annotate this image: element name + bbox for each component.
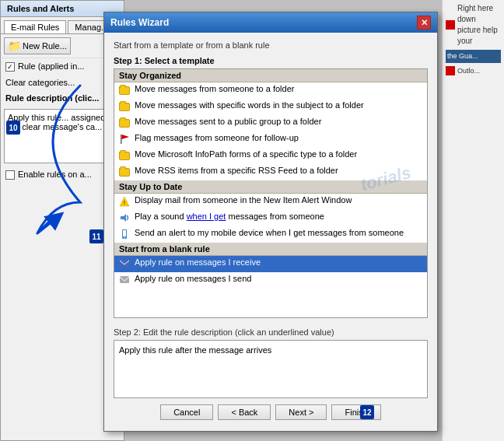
mobile-icon (119, 229, 131, 241)
folder-icon-3 (119, 117, 131, 130)
blue-arrow (14, 78, 100, 249)
rule-receive-icon (119, 258, 131, 271)
next-button[interactable]: Next > (275, 404, 327, 420)
list-item-move-from-someone[interactable]: Move messages from someone to a folder (114, 82, 427, 99)
rule-send-icon (119, 275, 131, 287)
dialog-close-button[interactable]: ✕ (417, 16, 431, 30)
dialog-body: Start from a template or from a blank ru… (104, 33, 437, 431)
list-item-infopath[interactable]: Move Microsoft InfoPath forms of a speci… (114, 148, 427, 164)
step2-section: Step 2: Edit the rule description (click… (114, 327, 428, 398)
svg-point-7 (124, 237, 125, 239)
list-item-specific-words[interactable]: Move messages with specific words in the… (114, 99, 427, 115)
tab-email-rules[interactable]: E-mail Rules (4, 20, 66, 33)
cancel-button[interactable]: Cancel (160, 404, 213, 420)
list-item-play-sound[interactable]: Play a sound when I get messages from so… (114, 210, 427, 226)
svg-rect-9 (120, 276, 129, 283)
list-item-flag-followup[interactable]: Flag messages from someone for follow-up (114, 131, 427, 148)
svg-rect-6 (123, 230, 126, 236)
step-header: Start from a template or from a blank ru… (114, 40, 428, 50)
alert-icon: ! (119, 196, 131, 208)
svg-rect-8 (120, 260, 129, 267)
list-item-apply-send[interactable]: Apply rule on messages I send (114, 272, 427, 289)
dialog-title: Rules Wizard (110, 17, 169, 28)
svg-marker-1 (122, 135, 130, 139)
svg-rect-0 (121, 135, 122, 144)
list-item-apply-receive[interactable]: Apply rule on messages I receive (114, 256, 427, 272)
back-button[interactable]: < Back (218, 404, 271, 420)
list-item-mobile-alert[interactable]: Send an alert to my mobile device when I… (114, 226, 427, 243)
template-listbox[interactable]: torials Stay Organized Move messages fro… (114, 68, 428, 318)
step2-label: Step 2: Edit the rule description (click… (114, 327, 428, 337)
rss-folder-icon (119, 166, 131, 179)
step-badge-12: 12 (360, 405, 374, 419)
infopath-icon (119, 150, 131, 163)
svg-text:!: ! (124, 200, 125, 205)
flag-icon (119, 134, 131, 146)
section-blank-rule: Start from a blank rule (114, 243, 427, 256)
rule-checkbox[interactable] (5, 62, 15, 72)
section-stay-up-to-date: Stay Up to Date (114, 180, 427, 194)
folder-icon (119, 85, 131, 97)
rule-description-box: Apply this rule after the message arrive… (114, 340, 428, 398)
step1-title: Step 1: Select a template (114, 56, 428, 65)
list-item-public-group[interactable]: Move messages sent to a public group to … (114, 115, 427, 131)
step-badge-10: 10 (6, 121, 20, 135)
step-badge-11: 11 (89, 229, 103, 243)
new-rule-button[interactable]: 📁 New Rule... (4, 37, 71, 54)
right-panel: Right here down picture help your the Gu… (442, 0, 504, 441)
list-item-rss[interactable]: Move RSS items from a specific RSS Feed … (114, 164, 427, 180)
svg-marker-4 (121, 214, 126, 222)
dialog-titlebar: Rules Wizard ✕ (104, 12, 437, 33)
dialog-footer: Cancel < Back Next > Finish (114, 398, 428, 423)
folder-icon-2 (119, 101, 131, 114)
section-stay-organized: Stay Organized (114, 69, 427, 82)
rules-wizard-dialog: Rules Wizard ✕ Start from a template or … (103, 12, 438, 432)
sound-icon (119, 212, 131, 225)
list-item-display-mail[interactable]: ! Display mail from someone in the New I… (114, 194, 427, 210)
